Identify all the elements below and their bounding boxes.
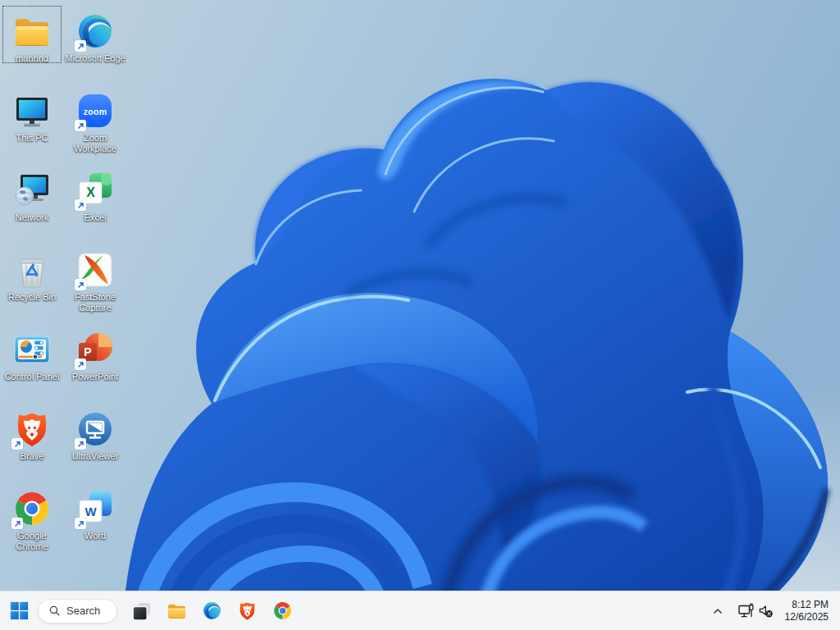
- file-explorer-button[interactable]: [161, 595, 192, 628]
- edge-taskbar-button[interactable]: [196, 595, 227, 628]
- chrome-icon: [12, 489, 52, 528]
- shortcut-arrow-icon: [75, 40, 86, 52]
- icon-label: Microsoft Edge: [65, 53, 125, 64]
- brave-icon: [12, 409, 52, 449]
- icon-label: Zoom Workplace: [65, 133, 126, 154]
- desktop-icon-google-chrome[interactable]: Google Chrome: [1, 481, 63, 558]
- desktop-icon-brave[interactable]: Brave: [1, 401, 63, 478]
- desktop-icon-network[interactable]: Network: [1, 162, 63, 240]
- edge-icon: [202, 600, 222, 621]
- icon-label: Word: [84, 531, 106, 541]
- icon-label: Excel: [84, 212, 107, 223]
- taskbar-tray: 8:12 PM 12/6/2025: [706, 591, 833, 630]
- desktop-icon-recycle-bin[interactable]: Recycle Bin: [1, 242, 63, 319]
- tray-date: 12/6/2025: [785, 611, 829, 623]
- taskbar-clock[interactable]: 8:12 PM 12/6/2025: [778, 599, 833, 623]
- recycle-bin-icon: [12, 250, 52, 290]
- icon-label: PowerPoint: [72, 372, 118, 382]
- icon-label: Brave: [21, 451, 44, 462]
- network-sound-button[interactable]: [734, 595, 777, 628]
- excel-icon: X: [75, 171, 115, 210]
- desktop-icon-ultraviewer[interactable]: UltraViewer: [64, 401, 126, 478]
- icon-label: Network: [16, 212, 48, 223]
- shortcut-arrow-icon: [75, 199, 86, 211]
- chrome-icon: [272, 600, 293, 621]
- chrome-taskbar-button[interactable]: [267, 595, 298, 628]
- brave-icon: [237, 600, 258, 621]
- desktop: manhnd This PC Network Recycle Bin Contr: [0, 0, 840, 630]
- icon-label: Control Panel: [5, 372, 60, 382]
- icon-label: UltraViewer: [72, 451, 119, 462]
- control-panel-icon: [12, 330, 52, 369]
- taskbar-left: Search: [3, 591, 298, 630]
- task-view-icon: [131, 600, 152, 621]
- desktop-icon-word[interactable]: W Word: [64, 481, 126, 558]
- shortcut-arrow-icon: [75, 279, 86, 290]
- zoom-icon: zoom: [75, 91, 115, 130]
- shortcut-arrow-icon: [75, 358, 86, 370]
- shortcut-arrow-icon: [75, 518, 86, 529]
- this-pc-icon: [12, 91, 52, 130]
- shortcut-arrow-icon: [11, 438, 23, 450]
- ethernet-icon: [737, 603, 754, 619]
- task-view-button[interactable]: [126, 595, 157, 628]
- tray-time: 8:12 PM: [792, 599, 829, 611]
- edge-icon: [75, 11, 115, 51]
- chevron-up-icon: [710, 603, 726, 619]
- taskbar-search[interactable]: Search: [38, 599, 117, 623]
- file-explorer-icon: [167, 600, 187, 621]
- desktop-icon-manhnd[interactable]: manhnd: [1, 3, 63, 80]
- icon-label: FastStone Capture: [65, 292, 126, 313]
- network-icon: [12, 171, 52, 210]
- tray-overflow-button[interactable]: [706, 595, 729, 628]
- ultraviewer-icon: [75, 409, 115, 449]
- shortcut-arrow-icon: [11, 518, 23, 529]
- icon-label: Google Chrome: [2, 531, 63, 552]
- desktop-icon-powerpoint[interactable]: P PowerPoint: [64, 322, 126, 399]
- icon-label: This PC: [16, 133, 48, 144]
- desktop-icon-faststone-capture[interactable]: FastStone Capture: [64, 242, 126, 319]
- brave-taskbar-button[interactable]: [231, 595, 262, 628]
- desktop-icon-zoom-workplace[interactable]: zoom Zoom Workplace: [64, 83, 126, 160]
- taskbar: Search: [0, 591, 840, 630]
- faststone-icon: [75, 250, 115, 290]
- shortcut-arrow-icon: [75, 120, 86, 131]
- folder-icon: [12, 11, 52, 51]
- desktop-icon-microsoft-edge[interactable]: Microsoft Edge: [64, 3, 126, 80]
- desktop-icon-this-pc[interactable]: This PC: [1, 83, 63, 160]
- search-icon: [48, 605, 61, 617]
- desktop-icon-excel[interactable]: X Excel: [64, 162, 126, 240]
- start-button[interactable]: [3, 595, 34, 628]
- word-icon: W: [75, 489, 115, 528]
- powerpoint-icon: P: [75, 330, 115, 369]
- windows-logo-icon: [8, 600, 30, 622]
- shortcut-arrow-icon: [75, 438, 86, 450]
- search-label: Search: [66, 605, 100, 617]
- volume-muted-icon: [758, 603, 774, 619]
- icon-label: Recycle Bin: [8, 292, 56, 303]
- desktop-icon-control-panel[interactable]: Control Panel: [1, 322, 63, 399]
